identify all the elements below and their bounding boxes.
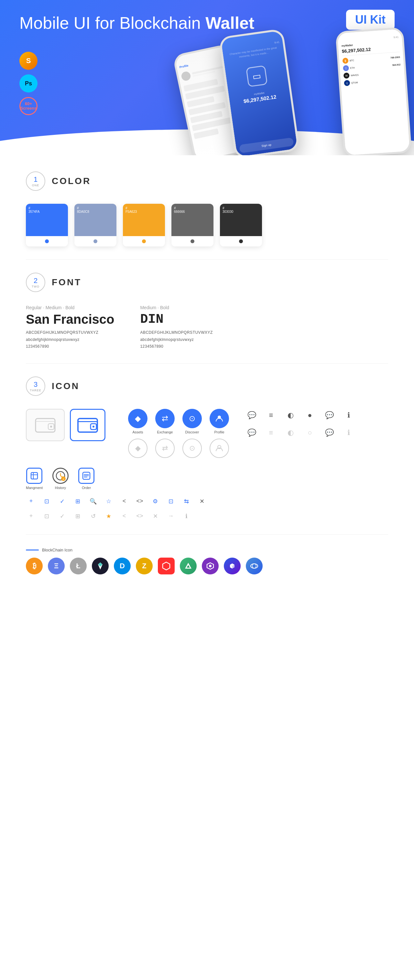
- svg-rect-4: [78, 418, 97, 432]
- phone-mockups: 9:41 Profile 9: [162, 19, 414, 155]
- forward-gray-icon: →: [166, 511, 176, 521]
- check-icon: ✓: [57, 496, 67, 506]
- icon-sketch-area: [26, 409, 105, 441]
- font-section-title: FONT: [52, 277, 81, 288]
- mgmt-row: Mangment + History: [26, 468, 388, 490]
- management-icon-item: Mangment: [26, 468, 43, 490]
- icon-profile: Profile: [210, 409, 229, 434]
- assets-label: Assets: [132, 430, 143, 434]
- icon-number-word: THREE: [30, 389, 41, 392]
- small-icons-section: + ⊡ ✓ ⊞ 🔍 ☆ < <> ⚙ ⊡ ⇆ ✕ + ⊡ ✓ ⊞ ↺ ★ < <…: [26, 496, 388, 521]
- icon-exchange: ⇄ Exchange: [155, 409, 175, 434]
- misc-icon-row-filled: 💬 ≡ ◐ ● 💬 ℹ: [245, 409, 355, 422]
- exchange-label: Exchange: [157, 430, 173, 434]
- color-card-black: #303030: [220, 204, 262, 247]
- svg-text:+: +: [63, 478, 64, 480]
- color-swatch-darkgray: #666666: [171, 204, 213, 236]
- font-din-chars: ABCDEFGHIJKLMNOPQRSTUVWXYZ abcdefghijklm…: [140, 329, 212, 350]
- color-footer-blue: [26, 236, 68, 247]
- close-icon: ✕: [197, 496, 207, 506]
- star-filled-icon: ★: [104, 511, 114, 521]
- svg-rect-1: [36, 421, 55, 422]
- color-section-number: 1 ONE: [26, 172, 45, 191]
- misc-icon-group: 💬 ≡ ◐ ● 💬 ℹ 💬 ≡ ◐ ○ 💬 ℹ: [245, 409, 355, 439]
- plus-icon: +: [26, 496, 36, 506]
- blockchain-label-row: BlockChain Icon: [26, 547, 388, 552]
- hex-icon: [158, 558, 175, 574]
- color-dot-darkgray: [191, 239, 194, 243]
- font-din-name: DIN: [140, 312, 212, 327]
- svg-marker-20: [163, 562, 170, 570]
- settings-icon: ⚙: [150, 496, 161, 506]
- font-din-uppercase: ABCDEFGHIJKLMNOPQRSTUVWXYZ: [140, 329, 212, 336]
- profile-outline-icon: [210, 439, 229, 458]
- x-gray-icon: ✕: [150, 511, 161, 521]
- color-grid: #3574FA #8DA0C8 #F5A623 #666666: [26, 204, 388, 247]
- font-section-header: 2 TWO FONT: [26, 273, 388, 292]
- color-card-gray: #8DA0C8: [75, 204, 116, 247]
- feather-coin-icon: [92, 558, 109, 574]
- order-icon-item: Order: [78, 468, 94, 490]
- phone-right-screen: 9:41 myWallet $6,297,502.12 ₿ BTC 788-20…: [338, 29, 410, 155]
- history-label: History: [55, 486, 66, 490]
- exchange-outline-icon: ⇄: [155, 439, 175, 458]
- message-icon: 💬: [323, 409, 336, 422]
- last-coin-icon: [246, 558, 263, 574]
- divider-2: [26, 363, 388, 364]
- blockchain-label-text: BlockChain Icon: [42, 547, 72, 552]
- color-dot-gray: [94, 239, 97, 243]
- svg-rect-0: [36, 418, 55, 432]
- icon-assets-outline: ◆: [128, 439, 148, 458]
- blockchain-row: ₿ Ξ Ł D Z: [26, 558, 388, 574]
- augur-icon: [180, 558, 197, 574]
- icon-profile-outline: [210, 439, 229, 458]
- hero-badges: S Ps 60+Screens: [19, 52, 38, 115]
- share-icon: <>: [135, 496, 145, 506]
- history-icon-item: + History: [53, 468, 68, 490]
- phone-center-screen: 9:41 Character may be manifested in the …: [221, 31, 298, 155]
- grid-icon: ⊡: [41, 496, 52, 506]
- info-icon: ℹ: [342, 409, 355, 422]
- color-footer-black: [220, 236, 262, 247]
- wallet-sketch-icon: [26, 409, 65, 441]
- color-footer-gray: [75, 236, 116, 247]
- circle-outline-icon: ○: [303, 426, 316, 439]
- icon-section-title: ICON: [52, 381, 80, 391]
- color-swatch-gray: #8DA0C8: [75, 204, 116, 236]
- svg-point-3: [50, 426, 52, 428]
- assets-outline-icon: ◆: [128, 439, 148, 458]
- divider-3: [26, 534, 388, 535]
- svg-rect-5: [78, 421, 97, 422]
- management-icon: [26, 468, 42, 484]
- refresh-gray-icon: ↺: [88, 511, 98, 521]
- color-card-darkgray: #666666: [171, 204, 213, 247]
- svg-point-26: [252, 564, 256, 568]
- back-gray-icon: <: [119, 511, 129, 521]
- circle-icon: ●: [303, 409, 316, 422]
- check-gray-icon: ✓: [57, 511, 67, 521]
- assets-icon: ◆: [128, 409, 148, 428]
- wallet-icon-hero: ▭: [246, 65, 268, 88]
- svg-rect-10: [31, 473, 38, 479]
- icon-exchange-outline: ⇄: [155, 439, 175, 458]
- exchange-icon: ⇄: [155, 409, 175, 428]
- small-icon-row-gray: + ⊡ ✓ ⊞ ↺ ★ < <> ✕ → ℹ: [26, 511, 388, 521]
- icon-discover-outline: ⊙: [182, 439, 202, 458]
- color-swatch-orange: #F5A623: [123, 204, 165, 236]
- discover-label: Discover: [185, 430, 199, 434]
- color-swatch-blue: #3574FA: [26, 204, 68, 236]
- color-number-digit: 1: [33, 175, 38, 184]
- bc-line: [26, 549, 39, 550]
- icon-discover: ⊙ Discover: [182, 409, 202, 434]
- misc-icon-row-outline: 💬 ≡ ◐ ○ 💬 ℹ: [245, 426, 355, 439]
- order-label: Order: [82, 486, 91, 490]
- font-din-label: Medium · Bold: [140, 305, 212, 310]
- message-outline-icon: 💬: [323, 426, 336, 439]
- upload-icon: ⊡: [166, 496, 176, 506]
- font-sf-name: San Francisco: [26, 312, 114, 327]
- star-outline-icon: ☆: [104, 496, 114, 506]
- icon-section-number: 3 THREE: [26, 377, 45, 396]
- font-sf-chars: ABCDEFGHIJKLMNOPQRSTUVWXYZ abcdefghijklm…: [26, 329, 114, 350]
- font-sf-uppercase: ABCDEFGHIJKLMNOPQRSTUVWXYZ: [26, 329, 114, 336]
- nav-icon-group: ◆ Assets ⇄ Exchange ⊙ Discover: [128, 409, 229, 458]
